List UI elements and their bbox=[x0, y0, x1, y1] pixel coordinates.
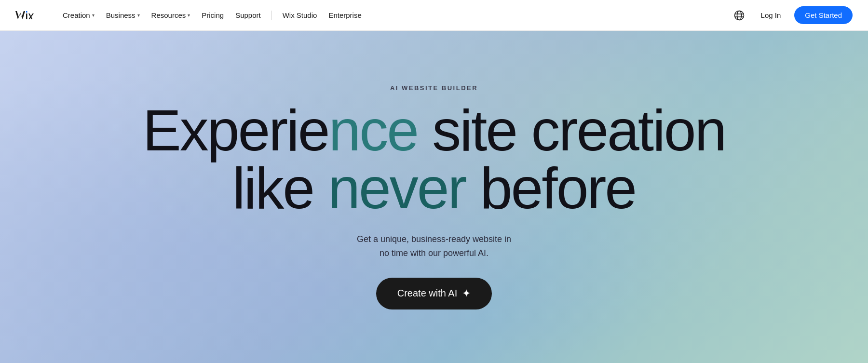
nav-item-business[interactable]: Business ▾ bbox=[101, 8, 145, 22]
language-selector-button[interactable] bbox=[731, 7, 747, 24]
hero-headline-highlight-never: never bbox=[328, 156, 465, 220]
hero-headline-highlight-nce: nce bbox=[329, 98, 418, 162]
wix-logo-svg bbox=[15, 9, 42, 22]
svg-point-0 bbox=[734, 11, 744, 20]
navbar: Creation ▾ Business ▾ Resources ▾ Pricin… bbox=[0, 0, 868, 31]
hero-description-line1: Get a unique, business-ready website in bbox=[357, 234, 511, 244]
nav-item-wix-studio[interactable]: Wix Studio bbox=[278, 8, 322, 22]
nav-item-creation[interactable]: Creation ▾ bbox=[58, 8, 99, 22]
hero-headline-experience: Experie bbox=[143, 98, 329, 162]
hero-headline-line2: like never before bbox=[0, 159, 868, 217]
hero-description: Get a unique, business-ready website in … bbox=[357, 232, 511, 260]
nav-item-enterprise[interactable]: Enterprise bbox=[324, 8, 366, 22]
globe-icon bbox=[734, 10, 745, 21]
nav-label-resources: Resources bbox=[151, 11, 186, 19]
nav-item-resources[interactable]: Resources ▾ bbox=[147, 8, 195, 22]
hero-headline-before: before bbox=[466, 156, 636, 220]
hero-badge: AI WEBSITE BUILDER bbox=[390, 84, 478, 92]
nav-label-enterprise: Enterprise bbox=[328, 11, 361, 19]
nav-item-support[interactable]: Support bbox=[231, 8, 266, 22]
nav-label-creation: Creation bbox=[63, 11, 90, 19]
wix-logo[interactable] bbox=[15, 9, 42, 22]
hero-headline-site-creation: site creation bbox=[418, 98, 725, 162]
sparkle-icon: ✦ bbox=[462, 287, 471, 300]
nav-label-support: Support bbox=[235, 11, 261, 19]
cta-label: Create with AI bbox=[397, 288, 458, 299]
hero-section: AI WEBSITE BUILDER Experience site creat… bbox=[0, 0, 868, 363]
create-with-ai-button[interactable]: Create with AI ✦ bbox=[376, 278, 492, 309]
hero-headline-like: like bbox=[232, 156, 328, 220]
hero-headline-line1: Experience site creation bbox=[0, 101, 868, 159]
chevron-down-icon: ▾ bbox=[92, 13, 95, 18]
nav-item-pricing[interactable]: Pricing bbox=[197, 8, 229, 22]
nav-label-wix-studio: Wix Studio bbox=[283, 11, 317, 19]
hero-description-line2: no time with our powerful AI. bbox=[380, 248, 488, 258]
navbar-left: Creation ▾ Business ▾ Resources ▾ Pricin… bbox=[15, 8, 366, 22]
nav-links: Creation ▾ Business ▾ Resources ▾ Pricin… bbox=[58, 8, 366, 22]
nav-label-business: Business bbox=[106, 11, 136, 19]
chevron-down-icon-resources: ▾ bbox=[188, 13, 190, 18]
nav-label-pricing: Pricing bbox=[202, 11, 224, 19]
svg-point-1 bbox=[737, 11, 741, 20]
navbar-right: Log In Get Started bbox=[731, 6, 853, 24]
chevron-down-icon-business: ▾ bbox=[137, 13, 140, 18]
hero-content: AI WEBSITE BUILDER Experience site creat… bbox=[0, 84, 868, 309]
login-button[interactable]: Log In bbox=[755, 7, 787, 23]
get-started-button[interactable]: Get Started bbox=[794, 6, 853, 24]
nav-divider bbox=[271, 11, 272, 20]
